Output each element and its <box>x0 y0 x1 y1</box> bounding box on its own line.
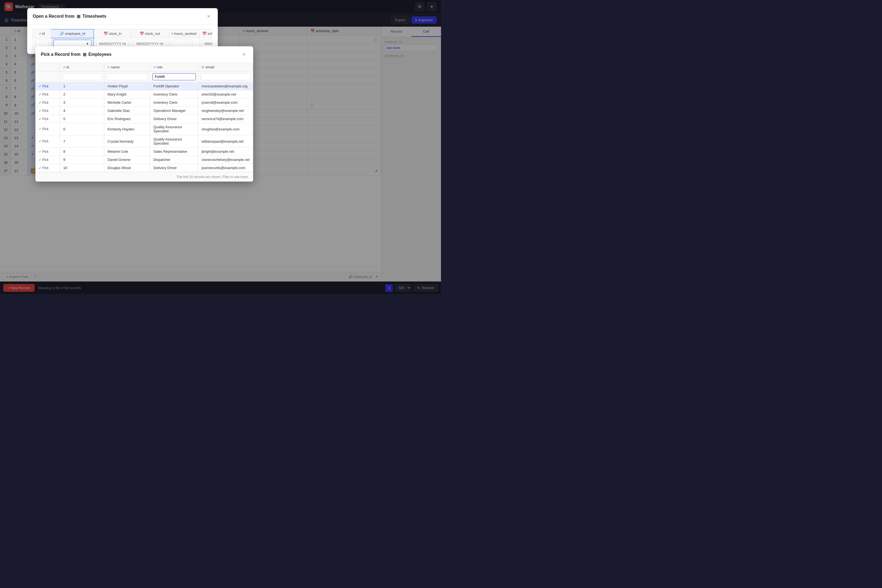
filter-pick-col <box>35 72 60 82</box>
cell-pick-role: Quality Assurance Specialist <box>150 123 198 135</box>
open-record-modal-title: Open a Record from ⊞ Timesheets <box>33 14 106 19</box>
cell-pick-email: joannecurtis@example.com <box>198 164 253 172</box>
cell-pick-id: 3 <box>60 99 104 107</box>
table-row: ✓ Pick 10 Douglas Wood Delivery Driver j… <box>35 164 253 172</box>
pick-filter-email[interactable] <box>200 73 251 80</box>
filter-role-cell <box>150 72 198 82</box>
cell-pick-name: Daniel Greene <box>104 156 150 164</box>
cell-pick-name: Amber Floyd <box>104 82 150 90</box>
cell-pick-role: Inventory Clerk <box>150 99 198 107</box>
pick-btn-cell: ✓ Pick <box>35 147 60 156</box>
pick-filter-name[interactable] <box>106 73 148 80</box>
cell-pick-email: jbright@example.net <box>198 147 253 156</box>
cell-pick-name: Gabrielle Diaz <box>104 107 150 115</box>
pick-button[interactable]: ✓ Pick <box>39 84 57 88</box>
cell-pick-id: 4 <box>60 107 104 115</box>
pick-button[interactable]: ✓ Pick <box>39 140 57 143</box>
table-row: ✓ Pick 7 Crystal Kennedy Quality Assuran… <box>35 135 253 147</box>
pick-button[interactable]: ✓ Pick <box>39 93 57 96</box>
open-record-modal-close[interactable]: × <box>205 12 212 20</box>
cell-pick-name: Eric Rodriguez <box>104 115 150 123</box>
table-row: ✓ Pick 1 Amber Floyd Forklift Operator m… <box>35 82 253 90</box>
pick-btn-cell: ✓ Pick <box>35 90 60 99</box>
th-pick-role[interactable]: ≡role <box>150 63 198 72</box>
cell-pick-email: williamspaul@example.net <box>198 135 253 147</box>
filter-name-cell <box>104 72 150 82</box>
pick-table: #id ≡name ≡role ✉email <box>35 63 253 172</box>
pick-btn-cell: ✓ Pick <box>35 135 60 147</box>
pick-btn-cell: ✓ Pick <box>35 107 60 115</box>
table-row: ✓ Pick 2 Mary Knight Inventory Clerk she… <box>35 90 253 99</box>
table-row: ✓ Pick 5 Eric Rodriguez Delivery Driver … <box>35 115 253 123</box>
cell-pick-name: Kimberly Hayden <box>104 123 150 135</box>
cell-pick-email: cisneroschelsey@example.net <box>198 156 253 164</box>
pick-filter-role[interactable] <box>153 73 196 80</box>
pick-button[interactable]: ✓ Pick <box>39 109 57 113</box>
modal-title-text: Open a Record from <box>33 14 75 19</box>
th-pick <box>35 63 60 72</box>
cell-pick-email: singhwesley@example.net <box>198 107 253 115</box>
pick-modal-title-text: Pick a Record from <box>41 52 81 57</box>
pick-button[interactable]: ✓ Pick <box>39 166 57 170</box>
cell-pick-id: 10 <box>60 164 104 172</box>
table-row: ✓ Pick 8 Melanie Cole Sales Representati… <box>35 147 253 156</box>
pick-btn-cell: ✓ Pick <box>35 115 60 123</box>
table-row: ✓ Pick 3 Michelle Carter Inventory Clerk… <box>35 99 253 107</box>
pick-footer-text: The first 10 records are shown. Filter t… <box>177 175 249 179</box>
pick-btn-cell: ✓ Pick <box>35 123 60 135</box>
cell-pick-role: Delivery Driver <box>150 164 198 172</box>
cell-pick-role: Dispatcher <box>150 156 198 164</box>
pick-record-modal-close[interactable]: × <box>240 51 248 58</box>
pick-button[interactable]: ✓ Pick <box>39 117 57 121</box>
cell-pick-id: 6 <box>60 123 104 135</box>
filter-id-cell <box>60 72 104 82</box>
pick-record-modal-body: #id ≡name ≡role ✉email <box>35 63 253 182</box>
cell-pick-name: Douglas Wood <box>104 164 150 172</box>
cell-pick-id: 8 <box>60 147 104 156</box>
modal-table-icon: ⊞ <box>77 14 80 19</box>
pick-table-icon: ⊞ <box>83 52 86 57</box>
pick-filter-id[interactable] <box>62 73 102 80</box>
pick-footer: The first 10 records are shown. Filter t… <box>35 172 253 182</box>
table-row: ✓ Pick 6 Kimberly Hayden Quality Assuran… <box>35 123 253 135</box>
cell-pick-role: Delivery Driver <box>150 115 198 123</box>
cell-pick-id: 1 <box>60 82 104 90</box>
cell-pick-id: 9 <box>60 156 104 164</box>
pick-btn-cell: ✓ Pick <box>35 164 60 172</box>
cell-pick-name: Melanie Cole <box>104 147 150 156</box>
cell-pick-email: veronica74@example.com <box>198 115 253 123</box>
pick-btn-cell: ✓ Pick <box>35 82 60 90</box>
filter-row <box>35 72 253 82</box>
cell-pick-id: 2 <box>60 90 104 99</box>
cell-pick-role: Quality Assurance Specialist <box>150 135 198 147</box>
pick-button[interactable]: ✓ Pick <box>39 150 57 153</box>
cell-pick-id: 5 <box>60 115 104 123</box>
modal-table-name: Timesheets <box>82 14 106 19</box>
pick-button[interactable]: ✓ Pick <box>39 101 57 105</box>
open-record-modal-header: Open a Record from ⊞ Timesheets × <box>27 8 218 25</box>
pick-button[interactable]: ✓ Pick <box>39 158 57 162</box>
pick-btn-cell: ✓ Pick <box>35 99 60 107</box>
cell-pick-name: Mary Knight <box>104 90 150 99</box>
th-pick-id[interactable]: #id <box>60 63 104 72</box>
pick-btn-cell: ✓ Pick <box>35 156 60 164</box>
th-pick-email[interactable]: ✉email <box>198 63 253 72</box>
th-pick-name[interactable]: ≡name <box>104 63 150 72</box>
cell-pick-email: vhughes@example.com <box>198 123 253 135</box>
cell-pick-email: ycarroll@example.com <box>198 99 253 107</box>
cell-pick-name: Michelle Carter <box>104 99 150 107</box>
cell-pick-id: 7 <box>60 135 104 147</box>
cell-pick-role: Sales Representative <box>150 147 198 156</box>
cell-pick-role: Inventory Clerk <box>150 90 198 99</box>
cell-pick-name: Crystal Kennedy <box>104 135 150 147</box>
cell-pick-email: monicanewton@example.org <box>198 82 253 90</box>
pick-button[interactable]: ✓ Pick <box>39 127 57 131</box>
pick-table-name: Employees <box>88 52 111 57</box>
table-row: ✓ Pick 4 Gabrielle Diaz Operations Manag… <box>35 107 253 115</box>
table-row: ✓ Pick 9 Daniel Greene Dispatcher cisner… <box>35 156 253 164</box>
pick-record-modal-title: Pick a Record from ⊞ Employees <box>41 52 111 57</box>
filter-email-cell <box>198 72 253 82</box>
cell-pick-role: Forklift Operator <box>150 82 198 90</box>
cell-pick-role: Operations Manager <box>150 107 198 115</box>
cell-pick-email: sheri20@example.net <box>198 90 253 99</box>
